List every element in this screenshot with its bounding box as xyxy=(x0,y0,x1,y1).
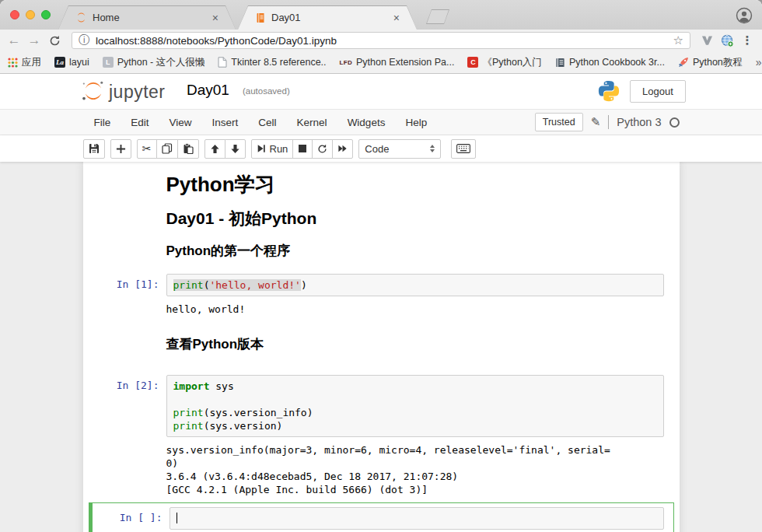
stop-icon xyxy=(299,145,306,152)
new-tab-button[interactable] xyxy=(426,9,449,24)
trusted-badge[interactable]: Trusted xyxy=(535,113,583,131)
bookmark-tkinter[interactable]: Tkinter 8.5 reference.. xyxy=(218,57,326,68)
copy-cell-button[interactable] xyxy=(156,139,178,159)
apps-grid-icon xyxy=(8,58,18,68)
bookmark-python-extension[interactable]: LFD Python Extension Pa... xyxy=(340,57,455,68)
code-input-1[interactable]: print('hello, world!') xyxy=(166,274,664,296)
notebook-toolbar: ✂ Run xyxy=(0,135,762,162)
bookmark-apps[interactable]: 应用 xyxy=(8,56,41,69)
browser-menu-icon[interactable]: ⋮ xyxy=(739,32,756,49)
move-cell-up-button[interactable] xyxy=(204,139,225,159)
code-input-3[interactable] xyxy=(170,507,664,530)
notebook-favicon-icon xyxy=(255,12,266,23)
cell-output-2: sys.version_info(major=3, minor=6, micro… xyxy=(166,443,664,496)
window-titlebar: Home × Day01 × xyxy=(0,0,762,30)
zoom-window-button[interactable] xyxy=(41,10,51,19)
jupyter-header: jupyter Day01 (autosaved) Logout xyxy=(0,74,762,109)
heading-first-program: Python的第一个程序 xyxy=(166,243,664,260)
paste-cell-button[interactable] xyxy=(177,139,199,159)
heading-python-study: Python学习 xyxy=(166,173,664,196)
globe-extension-icon[interactable] xyxy=(718,32,736,49)
bookmarks-bar: 应用 La layui L Python - 这个人很懒 Tkinter 8.5… xyxy=(0,51,762,74)
text-cursor xyxy=(177,513,178,523)
bookmark-python-blog[interactable]: L Python - 这个人很懒 xyxy=(103,56,205,69)
autosave-status: (autosaved) xyxy=(243,86,290,96)
lfd-text-icon: LFD xyxy=(340,59,352,66)
minimize-window-button[interactable] xyxy=(26,10,35,19)
bookmark-python-intro[interactable]: C 《Python入门 xyxy=(467,56,541,69)
layui-icon: La xyxy=(54,57,65,68)
address-bar[interactable]: ⓘ localhost:8888/notebooks/PythonCode/Da… xyxy=(72,32,690,49)
bookmark-layui[interactable]: La layui xyxy=(54,57,89,68)
cut-cell-button[interactable]: ✂ xyxy=(137,139,157,159)
cell-type-select[interactable]: Code xyxy=(358,139,441,159)
output-area-2: sys.version_info(major=3, minor=6, micro… xyxy=(83,437,680,502)
menu-widgets[interactable]: Widgets xyxy=(337,117,396,128)
input-prompt-3: In [ ]: xyxy=(93,507,170,530)
browser-toolbar: ← → ⓘ localhost:8888/notebooks/PythonCod… xyxy=(0,30,762,51)
divider xyxy=(608,115,609,129)
markdown-cell-title[interactable]: Python学习 xyxy=(83,173,680,196)
restart-kernel-button[interactable] xyxy=(312,139,333,159)
bookmark-cookbook[interactable]: Python Cookbook 3r... xyxy=(555,57,665,68)
run-label: Run xyxy=(270,143,288,155)
move-cell-down-button[interactable] xyxy=(225,139,246,159)
cell-type-value: Code xyxy=(365,143,389,155)
menu-insert[interactable]: Insert xyxy=(202,117,249,128)
notebook-title[interactable]: Day01 xyxy=(187,82,229,99)
profile-icon[interactable] xyxy=(736,7,753,24)
menu-help[interactable]: Help xyxy=(395,117,437,128)
add-cell-button[interactable] xyxy=(110,139,131,159)
reload-button[interactable] xyxy=(45,31,64,50)
bookmarks-overflow-icon[interactable]: » xyxy=(756,56,762,68)
tab-day01[interactable]: Day01 × xyxy=(238,5,417,30)
document-icon xyxy=(218,57,227,68)
close-tab-icon[interactable]: × xyxy=(212,12,218,23)
code-input-2[interactable]: import sys print(sys.version_info) print… xyxy=(166,375,664,437)
markdown-cell-first-program[interactable]: Python的第一个程序 xyxy=(83,243,680,260)
bookmark-star-icon[interactable]: ☆ xyxy=(673,33,683,47)
edit-pencil-icon: ✎ xyxy=(591,115,601,129)
back-button[interactable]: ← xyxy=(5,31,23,50)
input-prompt-1: In [1]: xyxy=(83,274,166,296)
page-info-icon[interactable]: ⓘ xyxy=(79,33,89,47)
markdown-cell-version[interactable]: 查看Python版本 xyxy=(83,336,680,353)
save-button[interactable] xyxy=(83,139,105,159)
tab-title: Home xyxy=(93,12,207,23)
code-cell-2[interactable]: In [2]: import sys print(sys.version_inf… xyxy=(83,370,680,437)
code-cell-1[interactable]: In [1]: print('hello, world!') xyxy=(83,269,680,296)
rocket-icon xyxy=(678,57,689,68)
run-cell-button[interactable]: Run xyxy=(251,139,294,159)
select-caret-icon xyxy=(430,145,435,152)
extension-v-icon[interactable] xyxy=(698,32,715,49)
tab-home[interactable]: Home × xyxy=(58,5,236,30)
kernel-name: Python 3 xyxy=(617,116,661,128)
command-palette-button[interactable] xyxy=(451,139,476,159)
menu-cell[interactable]: Cell xyxy=(248,117,286,128)
jupyter-logo[interactable]: jupyter xyxy=(81,79,166,103)
output-area-1: hello, world! xyxy=(83,296,680,322)
markdown-cell-day01[interactable]: Day01 - 初始Python xyxy=(83,208,680,229)
notebook-container: Python学习 Day01 - 初始Python Python的第一个程序 I… xyxy=(83,162,680,532)
close-tab-icon[interactable]: × xyxy=(393,12,400,23)
heading-day01: Day01 - 初始Python xyxy=(166,208,664,229)
forward-button[interactable]: → xyxy=(25,31,44,50)
jupyter-favicon-icon xyxy=(75,12,87,23)
letter-l-icon: L xyxy=(103,57,114,68)
menu-edit[interactable]: Edit xyxy=(121,117,159,128)
browser-window: Home × Day01 × ← → ⓘ xyxy=(0,0,762,532)
menu-file[interactable]: File xyxy=(83,117,121,128)
menu-view[interactable]: View xyxy=(159,117,202,128)
close-window-button[interactable] xyxy=(10,10,19,19)
logout-button[interactable]: Logout xyxy=(630,80,686,103)
restart-run-all-button[interactable] xyxy=(332,139,353,159)
interrupt-kernel-button[interactable] xyxy=(292,139,313,159)
code-cell-3-selected[interactable]: In [ ]: xyxy=(89,502,674,532)
bookmark-python-tutorial[interactable]: Python教程 xyxy=(678,56,743,69)
letter-c-icon: C xyxy=(467,57,478,68)
url-text[interactable]: localhost:8888/notebooks/PythonCode/Day0… xyxy=(96,35,667,47)
jupyter-menubar: File Edit View Insert Cell Kernel Widget… xyxy=(0,109,762,135)
kernel-status-icon xyxy=(669,117,680,128)
cell-output-1: hello, world! xyxy=(166,303,664,316)
menu-kernel[interactable]: Kernel xyxy=(287,117,337,128)
